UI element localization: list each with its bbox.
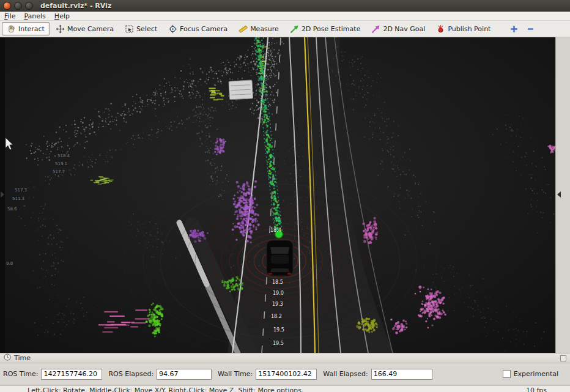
add-tool-button[interactable]: [506, 22, 522, 35]
ros-time-label: ROS Time:: [3, 370, 38, 378]
plus-icon: [509, 24, 519, 34]
tool-publish-point[interactable]: Publish Point: [431, 22, 495, 35]
tool-bar: Interact Move Camera Select Focus Camera…: [0, 21, 570, 37]
tool-2d-pose-estimate[interactable]: 2D Pose Estimate: [285, 22, 366, 35]
window-close-button[interactable]: [3, 2, 11, 10]
tool-select[interactable]: Select: [120, 22, 162, 35]
distance-label: 18.4: [270, 227, 281, 233]
coordinate-label: 517.7: [53, 169, 65, 174]
tool-move-camera[interactable]: Move Camera: [51, 22, 119, 35]
tool-measure[interactable]: Measure: [234, 22, 284, 35]
minus-icon: [526, 24, 535, 34]
experimental-checkbox[interactable]: [503, 370, 511, 378]
distance-label: 19.0: [273, 290, 284, 296]
window-maximize-button[interactable]: [25, 2, 33, 10]
distance-label: 19.5: [273, 341, 284, 346]
tool-focus-camera[interactable]: Focus Camera: [163, 22, 232, 35]
time-panel-float-button[interactable]: [560, 355, 566, 361]
pose-estimate-arrow-icon: [290, 24, 299, 34]
wall-time-input[interactable]: [256, 369, 317, 380]
window-minimize-button[interactable]: [14, 2, 22, 10]
coordinate-label: 9.8: [6, 261, 13, 266]
window-title: default.rviz* - RViz: [40, 2, 111, 10]
ego-vehicle: [267, 240, 293, 276]
ros-time-field: ROS Time:: [3, 369, 102, 380]
wall-time-label: Wall Time:: [218, 370, 253, 378]
coordinate-label: 511.3: [12, 196, 24, 201]
clock-icon: [4, 353, 11, 363]
ros-time-input[interactable]: [41, 369, 102, 380]
coordinate-label: 518.4: [57, 153, 70, 158]
time-panel-header: Time: [0, 353, 570, 363]
ros-elapsed-input[interactable]: [157, 369, 212, 380]
right-panel-collapse-handle[interactable]: [557, 191, 561, 198]
menu-bar: File Panels Help: [0, 12, 570, 21]
left-panel-collapse-handle[interactable]: [1, 191, 4, 198]
wall-elapsed-input[interactable]: [371, 369, 432, 380]
distance-label: 18.5: [272, 279, 283, 285]
render-panel-3d-view[interactable]: 18.418.519.019.318.219.519.5518.4519.151…: [0, 37, 570, 353]
camera-controls-hint: Left-Click: Rotate. Middle-Click: Move X…: [28, 386, 303, 392]
wall-time-field: Wall Time:: [218, 369, 317, 380]
tool-interact[interactable]: Interact: [2, 22, 50, 35]
experimental-option: Experimental: [503, 370, 558, 378]
ros-elapsed-label: ROS Elapsed:: [108, 370, 154, 378]
menu-file[interactable]: File: [0, 12, 20, 20]
time-panel-title: Time: [14, 354, 31, 362]
fps-readout: 10 fps: [526, 386, 547, 392]
coordinate-label: 58.6: [7, 207, 17, 212]
publish-point-icon: [436, 24, 445, 34]
menu-help[interactable]: Help: [50, 12, 74, 20]
window-titlebar[interactable]: default.rviz* - RViz: [0, 0, 570, 12]
measure-ruler-icon: [239, 24, 248, 34]
wall-elapsed-label: Wall Elapsed:: [323, 370, 368, 378]
coordinate-label: 519.1: [55, 161, 67, 166]
interact-hand-icon: [7, 24, 16, 34]
focus-camera-icon: [168, 24, 177, 34]
scene-canvas: 18.418.519.019.318.219.519.5518.4519.151…: [5, 37, 555, 353]
experimental-label: Experimental: [514, 370, 558, 378]
remove-tool-button[interactable]: [523, 22, 538, 35]
coordinate-label: 517.3: [15, 188, 27, 193]
tool-2d-nav-goal[interactable]: 2D Nav Goal: [366, 22, 430, 35]
distance-label: 19.5: [273, 327, 284, 333]
nav-goal-arrow-icon: [371, 24, 380, 34]
move-camera-icon: [56, 24, 65, 34]
time-panel-fields: ROS Time: ROS Elapsed: Wall Time: Wall E…: [0, 363, 570, 385]
status-bar: Left-Click: Rotate. Middle-Click: Move X…: [0, 385, 570, 392]
select-box-icon: [125, 24, 134, 34]
ros-elapsed-field: ROS Elapsed:: [108, 369, 212, 380]
distance-label: 18.2: [271, 314, 282, 319]
road-sign: [229, 80, 253, 100]
distance-label: 19.3: [272, 301, 283, 307]
wall-elapsed-field: Wall Elapsed:: [323, 369, 432, 380]
menu-panels[interactable]: Panels: [20, 12, 50, 20]
right-panel-strip: [555, 37, 570, 353]
